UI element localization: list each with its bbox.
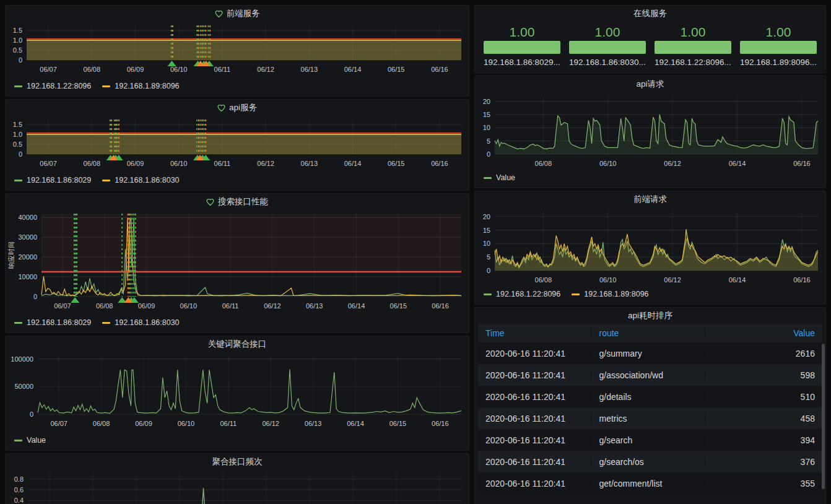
legend-item[interactable]: 192.168.1.89:8096 <box>102 82 179 90</box>
legend-item[interactable]: 192.168.1.22:8096 <box>14 82 91 90</box>
chart-legend: Value <box>475 170 825 188</box>
table-row: 2020-06-16 11:20:41get/comment/list355 <box>478 472 822 494</box>
svg-text:06/10: 06/10 <box>178 420 195 427</box>
cell-route: get/comment/list <box>591 479 705 489</box>
svg-text:0.4: 0.4 <box>14 497 24 504</box>
svg-text:06/07: 06/07 <box>40 66 57 73</box>
panel-title[interactable]: api耗时排序 <box>475 308 825 324</box>
svg-text:06/07: 06/07 <box>54 302 71 310</box>
svg-text:1.0: 1.0 <box>13 37 22 44</box>
legend-item[interactable]: 192.168.1.86:8030 <box>102 318 179 327</box>
panel-title-text: api耗时排序 <box>628 310 672 321</box>
alert-ok-heart-icon <box>217 104 225 112</box>
panel-title-text: 在线服务 <box>633 8 667 19</box>
timeseries-chart[interactable]: 00.51.01.506/0706/0806/0906/1006/1106/12… <box>6 116 469 173</box>
timeseries-chart[interactable]: 00.20.40.60.806/0706/0806/0906/1006/1106… <box>6 470 469 504</box>
svg-text:06/16: 06/16 <box>793 276 811 284</box>
svg-text:响应时间: 响应时间 <box>7 241 15 269</box>
cell-value: 355 <box>705 479 822 489</box>
svg-text:06/14: 06/14 <box>729 276 746 284</box>
svg-text:06/14: 06/14 <box>348 302 365 310</box>
svg-text:0: 0 <box>487 267 490 274</box>
scrollbar-thumb[interactable] <box>822 344 825 489</box>
table-row: 2020-06-16 11:20:41metrics458 <box>478 407 822 429</box>
svg-text:06/07: 06/07 <box>50 420 67 427</box>
panel-title[interactable]: 关键词聚合接口 <box>6 336 469 352</box>
panel-title[interactable]: 聚合接口频次 <box>6 454 469 470</box>
svg-text:06/10: 06/10 <box>180 302 198 310</box>
svg-text:06/09: 06/09 <box>127 66 144 73</box>
cell-time: 2020-06-16 11:20:41 <box>478 392 591 402</box>
cell-value: 458 <box>705 414 822 424</box>
svg-text:06/10: 06/10 <box>170 66 188 73</box>
svg-text:0.8: 0.8 <box>14 476 24 483</box>
svg-text:0: 0 <box>487 150 490 158</box>
panel-title[interactable]: api请求 <box>475 76 825 92</box>
panel-title[interactable]: api服务 <box>6 100 469 116</box>
legend-item[interactable]: 192.168.1.86:8029 <box>14 176 91 185</box>
panel-title-text: api服务 <box>229 102 257 113</box>
legend-item[interactable]: 192.168.1.22:8096 <box>484 290 560 298</box>
svg-text:06/09: 06/09 <box>127 160 144 167</box>
cell-route: metrics <box>591 414 705 424</box>
svg-text:06/11: 06/11 <box>220 420 237 427</box>
chart-legend: 192.168.1.86:8029192.168.1.86:8030 <box>6 315 469 332</box>
series-color-dash <box>102 322 110 324</box>
panel-api-requests: api请求 0510152006/0806/1006/1206/1406/16 … <box>474 76 826 188</box>
svg-text:06/08: 06/08 <box>84 160 101 167</box>
column-header-value[interactable]: Value <box>705 328 822 338</box>
svg-text:06/12: 06/12 <box>257 160 274 167</box>
legend-item[interactable]: Value <box>14 436 46 445</box>
timeseries-chart[interactable]: 0510152006/0806/1006/1206/1406/16 <box>475 92 825 170</box>
cell-time: 2020-06-16 11:20:41 <box>478 370 591 380</box>
legend-label: 192.168.1.86:8029 <box>27 176 91 185</box>
timeseries-chart[interactable]: 00.51.01.506/0706/0806/0906/1006/1106/12… <box>6 22 469 79</box>
series-color-dash <box>14 85 22 87</box>
svg-text:15: 15 <box>483 227 490 234</box>
column-header-route[interactable]: route <box>591 328 705 338</box>
panel-title-text: api请求 <box>636 79 664 90</box>
timeseries-chart[interactable]: 0510152006/0806/1006/1206/1406/16 <box>475 207 825 287</box>
panel-title[interactable]: 搜索接口性能 <box>6 194 469 210</box>
cell-route: g/details <box>591 392 705 402</box>
svg-text:06/12: 06/12 <box>257 66 274 73</box>
legend-label: 192.168.1.86:8030 <box>115 318 179 327</box>
timeseries-chart[interactable]: 01000020000300004000006/0706/0806/0906/1… <box>6 210 469 315</box>
legend-item[interactable]: 192.168.1.86:8030 <box>102 176 179 185</box>
cell-value: 2616 <box>705 349 822 358</box>
cell-value: 598 <box>705 370 822 380</box>
series-color-dash <box>14 180 22 181</box>
panel-title-text: 前端服务 <box>227 8 260 19</box>
svg-text:1.5: 1.5 <box>13 27 22 34</box>
stat-value: 1.00 <box>510 24 535 40</box>
series-color-dash <box>14 322 22 324</box>
legend-item[interactable]: Value <box>484 173 515 182</box>
panel-title[interactable]: 在线服务 <box>475 6 825 22</box>
cell-time: 2020-06-16 11:20:41 <box>478 435 591 445</box>
panel-frontend-requests: 前端请求 0510152006/0806/1006/1206/1406/16 1… <box>474 191 826 305</box>
svg-text:06/07: 06/07 <box>40 160 57 167</box>
svg-text:06/09: 06/09 <box>138 302 155 310</box>
stat-gauge-bar <box>655 41 731 54</box>
column-header-time[interactable]: Time <box>478 328 591 338</box>
svg-text:06/08: 06/08 <box>96 302 113 310</box>
cell-value: 376 <box>705 457 822 467</box>
legend-label: 192.168.1.89:8096 <box>584 290 648 298</box>
svg-text:0.5: 0.5 <box>13 141 22 148</box>
legend-item[interactable]: 192.168.1.89:8096 <box>572 290 648 298</box>
legend-label: 192.168.1.86:8030 <box>115 176 179 185</box>
legend-item[interactable]: 192.168.1.86:8029 <box>14 318 91 327</box>
svg-text:06/10: 06/10 <box>170 160 188 167</box>
svg-text:0.5: 0.5 <box>13 46 22 54</box>
svg-text:06/14: 06/14 <box>344 160 362 167</box>
table-row: 2020-06-16 11:20:41g/association/wd598 <box>478 364 822 386</box>
panel-title[interactable]: 前端请求 <box>475 191 825 207</box>
stat-gauge-bar <box>740 41 817 54</box>
cell-value: 510 <box>705 392 822 402</box>
svg-text:06/16: 06/16 <box>432 420 449 427</box>
table-body: 2020-06-16 11:20:41g/summary26162020-06-… <box>478 342 822 494</box>
svg-text:06/15: 06/15 <box>389 420 407 427</box>
timeseries-chart[interactable]: 05000010000006/0706/0806/0906/1006/1106/… <box>6 352 469 433</box>
panel-title-text: 搜索接口性能 <box>218 196 268 207</box>
panel-title[interactable]: 前端服务 <box>6 6 469 22</box>
